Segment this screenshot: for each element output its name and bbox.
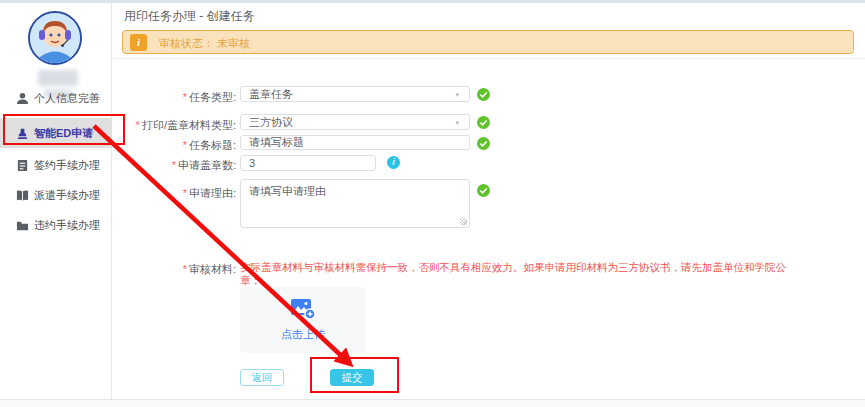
required-mark: * bbox=[136, 119, 140, 131]
required-mark: * bbox=[183, 91, 187, 103]
chevron-right-icon: › bbox=[90, 188, 94, 202]
back-button[interactable]: 返回 bbox=[240, 369, 284, 386]
task-title-input[interactable]: 请填写标题 bbox=[240, 135, 470, 150]
valid-check-icon bbox=[477, 184, 490, 197]
app-window: 个人信息完善 › 智能ED申请 › 签约手续办理 › 派遣手续办理 › bbox=[0, 0, 865, 407]
task-type-value: 盖章任务 bbox=[249, 87, 293, 102]
sidebar-item-contract-procedures[interactable]: 签约手续办理 › bbox=[0, 150, 112, 180]
chevron-down-icon: ▼ bbox=[454, 92, 460, 99]
upload-dropzone[interactable]: 点击上传 bbox=[240, 287, 366, 353]
material-type-label: *打印/盖章材料类型: bbox=[118, 118, 236, 133]
chevron-right-icon: › bbox=[90, 158, 94, 172]
task-type-label: *任务类型: bbox=[118, 90, 236, 105]
reason-value: 请填写申请理由 bbox=[249, 184, 326, 199]
task-title-label: *任务标题: bbox=[118, 138, 236, 153]
review-material-label: *审核材料: bbox=[118, 262, 236, 277]
required-mark: * bbox=[183, 187, 187, 199]
sidebar-item-label: 智能ED申请 bbox=[34, 126, 93, 141]
reason-textarea[interactable]: 请填写申请理由 bbox=[240, 179, 470, 228]
task-title-value: 请填写标题 bbox=[249, 135, 304, 150]
submit-button[interactable]: 提交 bbox=[330, 369, 374, 386]
page-title: 用印任务办理 - 创建任务 bbox=[124, 8, 255, 25]
upload-label: 点击上传 bbox=[240, 327, 366, 342]
stamp-icon bbox=[16, 126, 30, 140]
sidebar-item-breach-procedures[interactable]: 违约手续办理 › bbox=[0, 210, 112, 240]
sidebar-item-dispatch-procedures[interactable]: 派遣手续办理 › bbox=[0, 180, 112, 210]
contract-icon bbox=[16, 158, 30, 172]
required-mark: * bbox=[183, 263, 187, 275]
bottom-divider bbox=[0, 399, 865, 407]
task-type-select[interactable]: 盖章任务 ▼ bbox=[240, 86, 470, 102]
valid-check-icon bbox=[477, 137, 490, 150]
resize-handle-icon[interactable] bbox=[460, 218, 467, 225]
sidebar-item-smart-print-apply[interactable]: 智能ED申请 › bbox=[0, 118, 112, 148]
required-mark: * bbox=[172, 159, 176, 171]
header-divider bbox=[113, 58, 865, 59]
image-plus-icon bbox=[290, 298, 316, 320]
window-top-strip bbox=[0, 0, 865, 3]
sidebar-item-personal-info[interactable]: 个人信息完善 › bbox=[0, 83, 112, 113]
stamp-count-value: 3 bbox=[249, 157, 255, 169]
avatar-cartoon-face bbox=[30, 13, 80, 63]
folder-icon bbox=[16, 218, 30, 232]
person-icon bbox=[16, 91, 30, 105]
alert-text: 审核状态： 未审核 bbox=[159, 31, 250, 55]
required-mark: * bbox=[183, 139, 187, 151]
chevron-right-icon: › bbox=[90, 91, 94, 105]
material-type-value: 三方协议 bbox=[249, 115, 293, 130]
chevron-down-icon: ▼ bbox=[454, 120, 460, 127]
material-type-select[interactable]: 三方协议 ▼ bbox=[240, 114, 470, 130]
review-material-warning: 实际盖章材料与审核材料需保持一致，否则不具有相应效力。如果申请用印材料为三方协议… bbox=[240, 261, 800, 287]
reason-label: *申请理由: bbox=[118, 186, 236, 201]
valid-check-icon bbox=[477, 88, 490, 101]
chevron-right-icon: › bbox=[90, 218, 94, 232]
stamp-count-input[interactable]: 3 bbox=[240, 155, 376, 171]
avatar bbox=[28, 11, 82, 65]
valid-check-icon bbox=[477, 116, 490, 129]
book-icon bbox=[16, 188, 30, 202]
chevron-right-icon: › bbox=[90, 126, 94, 140]
info-tooltip-icon[interactable]: i bbox=[387, 156, 400, 169]
status-alert: i 审核状态： 未审核 bbox=[122, 30, 854, 54]
sidebar: 个人信息完善 › 智能ED申请 › 签约手续办理 › 派遣手续办理 › bbox=[0, 3, 112, 399]
info-alert-icon: i bbox=[130, 34, 147, 51]
stamp-count-label: *申请盖章数: bbox=[118, 158, 236, 173]
